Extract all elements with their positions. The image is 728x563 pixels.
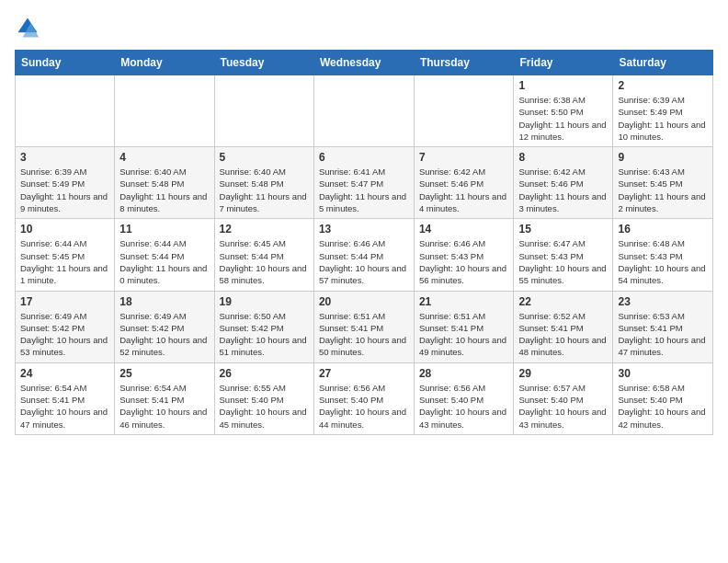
day-number: 9 [618,151,708,164]
calendar-cell [115,75,214,147]
calendar-cell [214,75,313,147]
calendar-table: SundayMondayTuesdayWednesdayThursdayFrid… [15,50,713,435]
day-info: Sunrise: 6:50 AMSunset: 5:42 PMDaylight:… [220,310,309,359]
day-number: 11 [119,223,209,236]
page-header [15,15,713,40]
day-info: Sunrise: 6:52 AMSunset: 5:41 PMDaylight:… [518,310,608,359]
calendar-cell [414,75,514,147]
calendar-cell: 29Sunrise: 6:57 AMSunset: 5:40 PMDayligh… [514,362,613,434]
day-info: Sunrise: 6:45 AMSunset: 5:44 PMDaylight:… [220,237,309,286]
day-info: Sunrise: 6:40 AMSunset: 5:48 PMDaylight:… [220,166,309,214]
calendar-week-4: 17Sunrise: 6:49 AMSunset: 5:42 PMDayligh… [16,291,713,362]
calendar-cell: 27Sunrise: 6:56 AMSunset: 5:40 PMDayligh… [313,362,414,434]
day-info: Sunrise: 6:48 AMSunset: 5:43 PMDaylight:… [618,237,708,286]
day-number: 7 [419,151,509,164]
day-info: Sunrise: 6:44 AMSunset: 5:45 PMDaylight:… [20,237,109,286]
calendar-cell: 16Sunrise: 6:48 AMSunset: 5:43 PMDayligh… [613,219,713,291]
day-number: 14 [419,223,509,236]
day-number: 20 [319,295,409,308]
calendar-cell: 18Sunrise: 6:49 AMSunset: 5:42 PMDayligh… [115,291,214,362]
day-info: Sunrise: 6:43 AMSunset: 5:45 PMDaylight:… [618,166,708,214]
calendar-cell: 3Sunrise: 6:39 AMSunset: 5:49 PMDaylight… [16,147,115,219]
weekday-header-saturday: Saturday [613,51,713,75]
weekday-header-thursday: Thursday [414,51,514,75]
calendar-cell: 25Sunrise: 6:54 AMSunset: 5:41 PMDayligh… [115,362,214,434]
day-info: Sunrise: 6:46 AMSunset: 5:44 PMDaylight:… [319,237,409,286]
calendar-cell: 10Sunrise: 6:44 AMSunset: 5:45 PMDayligh… [16,219,115,291]
calendar-cell: 19Sunrise: 6:50 AMSunset: 5:42 PMDayligh… [214,291,313,362]
calendar-cell: 11Sunrise: 6:44 AMSunset: 5:44 PMDayligh… [115,219,214,291]
calendar-cell: 7Sunrise: 6:42 AMSunset: 5:46 PMDaylight… [414,147,514,219]
day-info: Sunrise: 6:49 AMSunset: 5:42 PMDaylight:… [20,310,109,359]
day-number: 29 [518,367,608,380]
day-number: 18 [119,295,209,308]
logo-icon [15,15,40,40]
day-number: 10 [20,223,109,236]
calendar-cell: 22Sunrise: 6:52 AMSunset: 5:41 PMDayligh… [514,291,613,362]
day-info: Sunrise: 6:55 AMSunset: 5:40 PMDaylight:… [220,382,309,431]
day-info: Sunrise: 6:53 AMSunset: 5:41 PMDaylight:… [618,310,708,359]
calendar-cell: 20Sunrise: 6:51 AMSunset: 5:41 PMDayligh… [313,291,414,362]
calendar-week-3: 10Sunrise: 6:44 AMSunset: 5:45 PMDayligh… [16,219,713,291]
day-info: Sunrise: 6:51 AMSunset: 5:41 PMDaylight:… [419,310,509,359]
day-number: 15 [518,223,608,236]
day-info: Sunrise: 6:54 AMSunset: 5:41 PMDaylight:… [20,382,109,431]
day-number: 28 [419,367,509,380]
day-info: Sunrise: 6:58 AMSunset: 5:40 PMDaylight:… [618,382,708,431]
day-number: 22 [518,295,608,308]
day-info: Sunrise: 6:44 AMSunset: 5:44 PMDaylight:… [119,237,209,286]
calendar-cell: 1Sunrise: 6:38 AMSunset: 5:50 PMDaylight… [514,75,613,147]
day-number: 30 [618,367,708,380]
day-number: 21 [419,295,509,308]
day-number: 24 [20,367,109,380]
day-number: 6 [319,151,409,164]
day-number: 5 [220,151,309,164]
day-info: Sunrise: 6:56 AMSunset: 5:40 PMDaylight:… [319,382,409,431]
day-number: 8 [518,151,608,164]
logo [15,15,44,40]
weekday-header-monday: Monday [115,51,214,75]
calendar-week-5: 24Sunrise: 6:54 AMSunset: 5:41 PMDayligh… [16,362,713,434]
calendar-cell: 28Sunrise: 6:56 AMSunset: 5:40 PMDayligh… [414,362,514,434]
calendar-cell: 13Sunrise: 6:46 AMSunset: 5:44 PMDayligh… [313,219,414,291]
day-number: 16 [618,223,708,236]
calendar-header-row: SundayMondayTuesdayWednesdayThursdayFrid… [16,51,713,75]
day-info: Sunrise: 6:47 AMSunset: 5:43 PMDaylight:… [518,237,608,286]
day-info: Sunrise: 6:42 AMSunset: 5:46 PMDaylight:… [419,166,509,214]
calendar-cell: 14Sunrise: 6:46 AMSunset: 5:43 PMDayligh… [414,219,514,291]
day-number: 17 [20,295,109,308]
calendar-cell [313,75,414,147]
calendar-cell: 23Sunrise: 6:53 AMSunset: 5:41 PMDayligh… [613,291,713,362]
day-info: Sunrise: 6:46 AMSunset: 5:43 PMDaylight:… [419,237,509,286]
day-number: 27 [319,367,409,380]
day-info: Sunrise: 6:42 AMSunset: 5:46 PMDaylight:… [518,166,608,214]
calendar-cell: 12Sunrise: 6:45 AMSunset: 5:44 PMDayligh… [214,219,313,291]
day-info: Sunrise: 6:41 AMSunset: 5:47 PMDaylight:… [319,166,409,214]
day-number: 19 [220,295,309,308]
day-info: Sunrise: 6:56 AMSunset: 5:40 PMDaylight:… [419,382,509,431]
calendar-cell: 15Sunrise: 6:47 AMSunset: 5:43 PMDayligh… [514,219,613,291]
calendar-cell: 21Sunrise: 6:51 AMSunset: 5:41 PMDayligh… [414,291,514,362]
day-number: 4 [119,151,209,164]
calendar-cell: 24Sunrise: 6:54 AMSunset: 5:41 PMDayligh… [16,362,115,434]
calendar-cell: 2Sunrise: 6:39 AMSunset: 5:49 PMDaylight… [613,75,713,147]
day-info: Sunrise: 6:39 AMSunset: 5:49 PMDaylight:… [20,166,109,214]
weekday-header-wednesday: Wednesday [313,51,414,75]
day-info: Sunrise: 6:54 AMSunset: 5:41 PMDaylight:… [119,382,209,431]
day-number: 1 [518,79,608,92]
day-info: Sunrise: 6:40 AMSunset: 5:48 PMDaylight:… [119,166,209,214]
day-number: 25 [119,367,209,380]
calendar-cell [16,75,115,147]
weekday-header-friday: Friday [514,51,613,75]
day-info: Sunrise: 6:38 AMSunset: 5:50 PMDaylight:… [518,94,608,143]
calendar-cell: 30Sunrise: 6:58 AMSunset: 5:40 PMDayligh… [613,362,713,434]
day-info: Sunrise: 6:57 AMSunset: 5:40 PMDaylight:… [518,382,608,431]
calendar-cell: 17Sunrise: 6:49 AMSunset: 5:42 PMDayligh… [16,291,115,362]
day-info: Sunrise: 6:49 AMSunset: 5:42 PMDaylight:… [119,310,209,359]
calendar-cell: 8Sunrise: 6:42 AMSunset: 5:46 PMDaylight… [514,147,613,219]
calendar-cell: 5Sunrise: 6:40 AMSunset: 5:48 PMDaylight… [214,147,313,219]
day-number: 13 [319,223,409,236]
calendar-cell: 4Sunrise: 6:40 AMSunset: 5:48 PMDaylight… [115,147,214,219]
calendar-cell: 9Sunrise: 6:43 AMSunset: 5:45 PMDaylight… [613,147,713,219]
calendar-cell: 6Sunrise: 6:41 AMSunset: 5:47 PMDaylight… [313,147,414,219]
